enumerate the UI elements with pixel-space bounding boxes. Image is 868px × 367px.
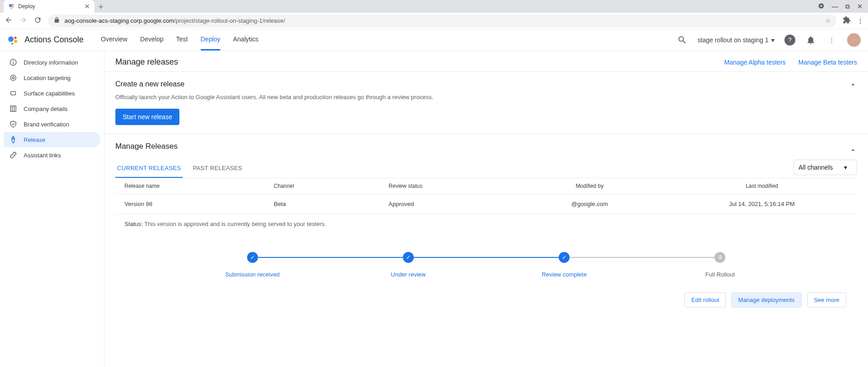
svg-point-1 [12,4,14,5]
create-release-title: Create a new release [115,80,184,88]
tab-title: Deploy [18,3,35,10]
back-arrow-icon[interactable] [5,16,13,25]
step-review-complete: ✓ Review complete [486,252,642,278]
assistant-favicon [8,3,15,10]
close-window-icon[interactable]: ✕ [857,3,863,10]
chrome-menu-icon[interactable]: ⋮ [857,17,863,25]
tab-past-releases[interactable]: PAST RELEASES [191,159,244,178]
status-label: Status: [124,221,143,227]
sidebar-item-brand[interactable]: Brand verification [4,116,100,132]
sidebar-label: Brand verification [24,121,69,128]
tab-deploy[interactable]: Deploy [201,29,221,50]
tab-close-icon[interactable]: ✕ [84,3,90,10]
svg-point-0 [9,4,12,7]
extensions-icon[interactable] [843,16,851,25]
rocket-icon [9,136,17,144]
svg-point-5 [820,5,822,6]
window-controls: — ⧉ ✕ [818,0,868,13]
address-bar: aog-console-acs-staging.corp.google.com/… [0,13,868,29]
step-label: Submission received [225,271,280,278]
tab-overview[interactable]: Overview [101,29,127,50]
tab-analytics[interactable]: Analytics [233,29,258,50]
tab-develop[interactable]: Develop [140,29,163,50]
table-header: Release name Channel Review status Modif… [115,178,857,194]
manage-alpha-link[interactable]: Manage Alpha testers [724,59,785,66]
manage-releases-section: Manage Releases CURRENT RELEASES PAST RE… [104,134,868,325]
rollout-stepper: ✓ Submission received ✓ Under review ✓ R… [115,234,857,289]
step-label: Under review [391,271,426,278]
status-detail: Status: This version is approved and is … [115,214,857,234]
manage-beta-link[interactable]: Manage Beta testers [799,59,857,66]
cell-channel: Beta [274,201,389,207]
edit-rollout-button[interactable]: Edit rollout [684,292,726,307]
sidebar-label: Release [24,136,45,143]
check-icon: ✓ [403,252,414,263]
account-icon[interactable] [818,3,824,10]
svg-point-3 [11,8,12,9]
collapse-icon[interactable] [849,146,857,156]
reload-icon[interactable] [34,16,42,25]
svg-rect-15 [11,91,16,95]
sidebar-label: Location targeting [24,75,70,81]
browser-window: Deploy ✕ ＋ — ⧉ ✕ [0,0,868,367]
col-channel: Channel [274,183,389,189]
sidebar-item-assistant-links[interactable]: Assistant links [4,147,100,163]
sidebar-item-location[interactable]: Location targeting [4,70,100,85]
svg-point-14 [12,77,15,79]
cell-release-name: Version 98 [124,201,274,207]
collapse-icon[interactable] [849,80,857,90]
assistant-logo-icon [7,35,18,45]
new-tab-button[interactable]: ＋ [94,0,107,13]
lock-icon [54,17,60,25]
sidebar-item-surface[interactable]: Surface capabilities [4,85,100,101]
project-switcher[interactable]: stage rollout on staging 1 ▾ [698,36,774,44]
svg-point-13 [10,75,16,80]
create-release-section: Create a new release Officially launch y… [104,72,868,134]
cell-modified-by: @google.com [503,201,675,207]
maximize-icon[interactable]: ⧉ [845,3,850,10]
svg-rect-16 [10,106,16,111]
svg-point-6 [8,36,14,42]
sidebar-label: Directory information [24,59,78,66]
start-new-release-button[interactable]: Start new release [115,109,179,125]
sidebar-label: Company details [24,106,68,112]
svg-point-12 [13,61,14,61]
svg-point-2 [12,6,14,8]
sidebar-item-directory[interactable]: Directory information [4,55,100,70]
avatar[interactable] [847,33,861,47]
svg-point-9 [11,43,13,45]
minimize-icon[interactable]: — [832,3,838,10]
search-icon[interactable] [677,35,688,45]
surface-icon [9,89,17,97]
channel-filter-dropdown[interactable]: All channels ▾ [794,160,857,175]
sidebar: Directory information Location targeting… [0,51,104,367]
omnibox[interactable]: aog-console-acs-staging.corp.google.com/… [48,15,836,27]
shield-icon [9,120,17,128]
browser-tab[interactable]: Deploy ✕ [4,0,94,13]
main-content: Manage releases Manage Alpha testers Man… [104,51,868,367]
app-header: Actions Console Overview Develop Test De… [0,29,868,51]
col-release-name: Release name [124,183,274,189]
chevron-down-icon: ▾ [771,36,774,44]
svg-point-8 [14,40,17,43]
cell-last-modified: Jul 14, 2021, 5:16:14 PM [676,201,848,207]
project-name: stage rollout on staging 1 [698,36,769,44]
table-row[interactable]: Version 98 Beta Approved @google.com Jul… [115,194,857,214]
kebab-menu-icon[interactable]: ⋮ [826,35,837,45]
info-icon [9,58,17,66]
notifications-icon[interactable] [805,35,816,45]
tab-test[interactable]: Test [176,29,188,50]
svg-point-7 [15,36,17,39]
chevron-down-icon: ▾ [844,164,847,171]
tab-current-releases[interactable]: CURRENT RELEASES [115,159,183,178]
help-icon[interactable]: ? [784,35,795,45]
step-number-icon: 4 [714,252,725,263]
sidebar-item-release[interactable]: Release [4,132,100,147]
star-icon[interactable]: ☆ [825,17,831,24]
manage-deployments-button[interactable]: Manage deployments [731,292,801,307]
see-more-button[interactable]: See more [807,292,846,307]
row-actions: Edit rollout Manage deployments See more [115,289,857,317]
app-title: Actions Console [25,35,84,45]
url-path: /project/stage-rollout-on-staging-1/rele… [174,17,285,24]
sidebar-item-company[interactable]: Company details [4,101,100,116]
